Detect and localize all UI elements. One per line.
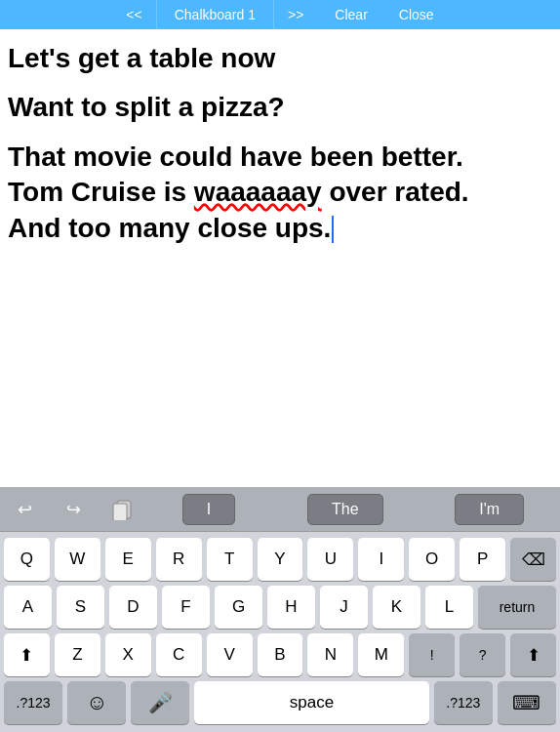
key-keyboard[interactable]: ⌨: [498, 681, 556, 724]
key-emoji[interactable]: ☺: [67, 681, 126, 724]
key-u[interactable]: U: [307, 538, 353, 581]
key-m[interactable]: M: [358, 633, 404, 676]
predict-word-1[interactable]: I: [182, 494, 235, 525]
paragraph-1: Let's get a table now: [8, 41, 552, 76]
clipboard-icon: [111, 499, 133, 520]
key-o[interactable]: O: [409, 538, 455, 581]
key-l[interactable]: L: [425, 586, 473, 629]
line1-text: Let's get a table now: [8, 43, 275, 73]
toolbar: << Chalkboard 1 >> Clear Close: [0, 0, 560, 29]
key-e[interactable]: E: [105, 538, 151, 581]
key-row-1: Q W E R T Y U I O P ⌫: [4, 538, 556, 581]
clear-button[interactable]: Clear: [321, 0, 380, 29]
key-r[interactable]: R: [156, 538, 202, 581]
key-x[interactable]: X: [105, 633, 151, 676]
key-b[interactable]: B: [258, 633, 303, 676]
key-n[interactable]: N: [307, 633, 353, 676]
key-k[interactable]: K: [373, 586, 420, 629]
predict-word-3[interactable]: I'm: [455, 494, 524, 525]
keyboard-rows: Q W E R T Y U I O P ⌫ A S D F G H J K L …: [0, 532, 560, 728]
key-p[interactable]: P: [460, 538, 505, 581]
key-mic[interactable]: 🎤: [131, 681, 189, 724]
key-y[interactable]: Y: [258, 538, 303, 581]
key-i[interactable]: I: [358, 538, 404, 581]
key-z[interactable]: Z: [55, 633, 100, 676]
key-v[interactable]: V: [207, 633, 253, 676]
paragraph-3: That movie could have been better. Tom C…: [8, 140, 552, 246]
line3-part1: That movie could have been better.: [8, 142, 463, 172]
key-row-3: ⬆ Z X C V B N M ! ? ⬆: [4, 633, 556, 676]
key-shift-left[interactable]: ⬆: [4, 633, 50, 676]
key-g[interactable]: G: [215, 586, 262, 629]
key-h[interactable]: H: [267, 586, 315, 629]
next-button[interactable]: >>: [274, 0, 317, 29]
line2-text: Want to split a pizza?: [8, 92, 285, 122]
line3-part2: Tom Cruise is: [8, 177, 194, 207]
key-delete[interactable]: ⌫: [510, 538, 556, 581]
paragraph-2: Want to split a pizza?: [8, 90, 552, 125]
key-shift-right[interactable]: ⬆: [510, 633, 556, 676]
redo-button[interactable]: ↪: [49, 492, 98, 527]
line3-part4: And too many close ups.: [8, 213, 331, 243]
clipboard-button[interactable]: [98, 492, 146, 527]
key-exclaim[interactable]: !: [409, 633, 455, 676]
undo-button[interactable]: ↩: [0, 492, 49, 527]
content-area[interactable]: Let's get a table now Want to split a pi…: [0, 29, 560, 487]
prev-button[interactable]: <<: [112, 0, 155, 29]
key-d[interactable]: D: [109, 586, 157, 629]
key-symbols-right[interactable]: .?123: [434, 681, 493, 724]
key-f[interactable]: F: [162, 586, 210, 629]
key-s[interactable]: S: [57, 586, 104, 629]
key-t[interactable]: T: [207, 538, 253, 581]
key-return[interactable]: return: [478, 586, 556, 629]
key-j[interactable]: J: [320, 586, 368, 629]
text-cursor: [332, 216, 334, 243]
svg-rect-1: [113, 504, 127, 520]
key-space[interactable]: space: [194, 681, 428, 724]
line3-part3: over rated.: [322, 177, 469, 207]
predict-word-2[interactable]: The: [307, 494, 383, 525]
close-button[interactable]: Close: [385, 0, 448, 29]
key-symbols-left[interactable]: .?123: [4, 681, 62, 724]
toolbar-title: Chalkboard 1: [156, 0, 274, 29]
key-question[interactable]: ?: [460, 633, 505, 676]
predictive-options: I The I'm: [146, 494, 560, 525]
line3-misspelled: waaaaaay: [194, 177, 322, 207]
predictive-bar: ↩ ↪ I The I'm: [0, 487, 560, 532]
keyboard-area: ↩ ↪ I The I'm Q W E R T Y U I O P ⌫: [0, 487, 560, 732]
key-c[interactable]: C: [156, 633, 202, 676]
key-a[interactable]: A: [4, 586, 52, 629]
key-row-2: A S D F G H J K L return: [4, 586, 556, 629]
key-q[interactable]: Q: [4, 538, 50, 581]
key-row-4: .?123 ☺ 🎤 space .?123 ⌨: [4, 681, 556, 724]
key-w[interactable]: W: [55, 538, 100, 581]
